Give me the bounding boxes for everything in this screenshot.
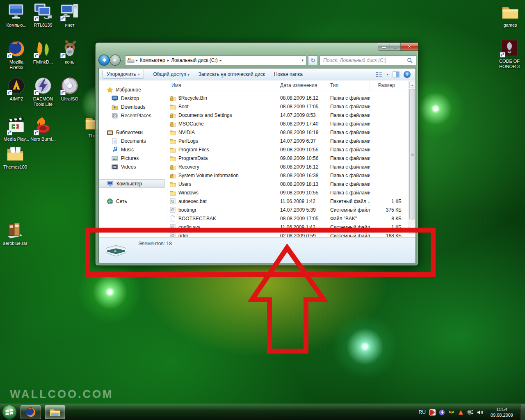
sidebar-item-recentplaces[interactable]: RecentPlaces [99, 111, 165, 120]
breadcrumb-item-локальный-диск-c[interactable]: Локальный диск (C:) [169, 57, 219, 63]
file-name: Users [178, 181, 191, 187]
column-header-size[interactable]: Размер [370, 80, 404, 91]
close-button[interactable]: ✕ [401, 43, 418, 50]
tray-kaspersky-icon[interactable] [429, 409, 436, 415]
column-header-name[interactable]: Имя [167, 80, 277, 91]
desktop-icon-mozilla-firefox[interactable]: Mozilla Firefox [3, 39, 30, 70]
explorer-window[interactable]: ▬ ▢ ✕ ▾ ▸Компьютер▸Локальный диск (C:)▸ … [95, 42, 418, 266]
file-name-cell: NVIDIA [167, 129, 277, 135]
views-icon[interactable] [376, 71, 383, 78]
desktop-icon-media-play[interactable]: Media Play... [3, 116, 30, 142]
desktop-icon-aimp2[interactable]: AIMP2 [3, 76, 30, 102]
gear-file-icon [170, 224, 176, 230]
desktop-icon-themes100[interactable]: Themes100 [2, 144, 28, 170]
sidebar-item-pictures[interactable]: Pictures [99, 154, 165, 162]
file-name-cell: Documents and Settings [167, 112, 277, 118]
taskbar-firefox-button[interactable] [21, 405, 41, 419]
minimize-button[interactable]: ▬ [378, 43, 390, 50]
table-row[interactable]: MSOCache08.08.2009 17:40Папка с файлами [167, 119, 409, 128]
shortcut-arrow-icon [7, 53, 12, 58]
desktop-icon-nero-burni[interactable]: Nero Burni... [30, 116, 56, 142]
table-row[interactable]: Users08.08.2009 18:13Папка с файлами [167, 180, 409, 188]
table-row[interactable]: autoexec.bat11.06.2009 1:42Пакетный файл… [167, 197, 409, 205]
desktop-icon-aeroblue-rar[interactable]: aeroblue.rar [2, 221, 28, 246]
scrollbar-thumb[interactable] [409, 89, 415, 219]
sidebar-item-компьютер[interactable]: Компьютер [99, 179, 165, 188]
tray-butterfly-icon[interactable] [448, 409, 454, 415]
sidebar-item-desktop[interactable]: Desktop [99, 94, 165, 103]
table-row[interactable]: Program Files09.08.2009 10:55Папка с фай… [167, 145, 409, 154]
gear-file-icon [170, 198, 176, 204]
desktop-icon-конь[interactable]: конь [57, 39, 83, 65]
tray-daemon-tray-icon[interactable] [439, 409, 445, 415]
start-button[interactable] [2, 405, 17, 420]
search-input[interactable]: Поиск: Локальный диск (C:) [320, 55, 416, 65]
scroll-up-icon[interactable]: ▲ [409, 82, 415, 88]
file-date: 08.08.2009 17:05 [277, 104, 327, 110]
toolbar-right-icons: ▾ ? [376, 71, 415, 78]
breadcrumb-separator-icon: ▸ [219, 58, 222, 62]
vertical-scrollbar[interactable]: ▲ ▼ [409, 81, 415, 234]
sidebar-item-библиотеки[interactable]: Библиотеки [99, 128, 165, 137]
nav-history-dropdown-icon[interactable]: ▾ [121, 58, 123, 62]
sidebar-item-documents[interactable]: Documents [99, 137, 165, 145]
chevron-down-icon[interactable]: ▾ [387, 73, 388, 76]
sidebar-item-videos[interactable]: Videos [99, 162, 165, 171]
table-row[interactable]: bootmgr14.07.2009 5:39Системный файл375 … [167, 205, 409, 214]
file-type: Папка с файлами [327, 147, 370, 153]
desktop-icon-компью[interactable]: Компью... [3, 2, 30, 28]
tray-red-app-icon[interactable] [458, 409, 464, 415]
table-row[interactable]: Windows09.08.2009 10:55Папка с файлами [167, 188, 409, 197]
taskbar-clock[interactable]: 11:54 09.08.2009 [491, 406, 513, 418]
column-header-date[interactable]: Дата изменения [277, 80, 327, 91]
burn-button[interactable]: Записать на оптический диск [198, 71, 265, 77]
table-row[interactable]: PerfLogs14.07.2009 6:37Папка с файлами [167, 137, 409, 145]
share-button[interactable]: Общий доступ ▾ [153, 71, 189, 77]
preview-pane-icon[interactable] [393, 71, 399, 78]
address-dropdown-icon[interactable]: ▾ [301, 58, 306, 62]
language-indicator[interactable]: RU [419, 409, 426, 415]
shortcut-arrow-icon [7, 130, 12, 135]
forward-button[interactable] [110, 55, 121, 66]
address-bar[interactable]: ▸Компьютер▸Локальный диск (C:)▸ ▾ [125, 55, 306, 65]
tray-network-tray-icon[interactable] [467, 409, 473, 415]
desktop-icon-flylinkd[interactable]: FlylinkD... [30, 39, 56, 65]
table-row[interactable]: $Recycle.Bin08.08.2009 16:12Папка с файл… [167, 94, 409, 102]
scroll-down-icon[interactable]: ▼ [409, 227, 415, 233]
table-row[interactable]: Documents and Settings14.07.2009 8:53Пап… [167, 111, 409, 119]
taskbar-explorer-button[interactable] [45, 405, 65, 419]
table-row[interactable]: grldr02.08.2009 0:59Системный файл168 КБ [167, 231, 409, 237]
desktop-icon-label: AIMP2 [3, 96, 30, 102]
desktop-icon-инет[interactable]: инет [57, 2, 83, 28]
desktop-icon-ultraiso[interactable]: UltraISO [57, 76, 83, 102]
sidebar-item-music[interactable]: Music [99, 145, 165, 154]
desktop-icon-daemon-tools-lite[interactable]: DAEMON Tools Lite [30, 76, 56, 107]
help-button[interactable]: ? [404, 71, 411, 78]
organize-button[interactable]: Упорядочить ▾ [102, 70, 144, 79]
table-row[interactable]: BOOTSECT.BAK08.08.2009 17:05Файл "BAK"8 … [167, 214, 409, 223]
table-row[interactable]: ProgramData09.08.2009 10:56Папка с файла… [167, 154, 409, 162]
back-button[interactable] [98, 55, 110, 66]
desktop-icon-label: Media Play... [3, 137, 30, 142]
table-row[interactable]: Recovery08.08.2009 16:12Папка с файлами [167, 162, 409, 171]
desktop-icon-label: Nero Burni... [30, 137, 56, 142]
desktop-icon-games[interactable]: games [497, 2, 523, 28]
refresh-button[interactable]: ↻ [308, 55, 318, 65]
desktop-icon-rtl8139[interactable]: RTL8139 [30, 2, 56, 28]
sidebar-item-избранное[interactable]: Избранное [99, 85, 165, 94]
table-row[interactable]: System Volume Information08.08.2009 16:3… [167, 171, 409, 180]
new-folder-button[interactable]: Новая папка [274, 71, 303, 77]
table-row[interactable]: NVIDIA08.08.2009 16:19Папка с файлами [167, 128, 409, 137]
column-header-type[interactable]: Тип [327, 80, 370, 91]
breadcrumb-item-компьютер[interactable]: Компьютер [138, 57, 167, 63]
sidebar-item-сеть[interactable]: Сеть [99, 197, 165, 205]
file-name-cell: autoexec.bat [167, 198, 277, 204]
tray-volume-icon[interactable] [477, 409, 483, 415]
sidebar-item-downloads[interactable]: Downloads [99, 103, 165, 111]
table-row[interactable]: Boot08.08.2009 17:05Папка с файлами [167, 102, 409, 111]
table-row[interactable]: config.sys11.06.2009 1:42Системный файл1… [167, 223, 409, 231]
maximize-button[interactable]: ▢ [390, 43, 401, 50]
show-desktop-button[interactable] [520, 404, 525, 420]
file-size: 1 КБ [370, 199, 404, 204]
desktop-icon-code-of-honor-3[interactable]: CODE OF HONOR 3 [496, 39, 523, 69]
